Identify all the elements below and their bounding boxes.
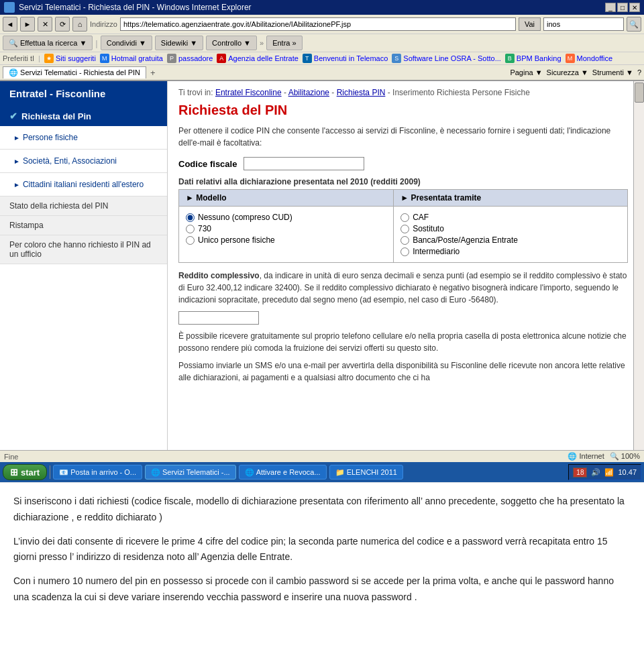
radio-intermediario: Intermediario <box>400 247 621 256</box>
sidebar: Entratel - Fisconline ✔ Richiesta del Pi… <box>0 81 168 450</box>
radio-unico: Unico persone fisiche <box>186 235 386 245</box>
codice-fiscale-input[interactable] <box>244 157 364 170</box>
bookmark-mondo[interactable]: M Mondoffice <box>566 54 613 63</box>
controllo-btn[interactable]: Controllo ▼ <box>206 36 257 50</box>
sidebar-section-cittadini: ► Cittadini italiani residenti all'ester… <box>0 173 167 197</box>
help-btn[interactable]: ? <box>637 68 641 76</box>
window-title: Servizi Telematici - Richiesta del PIN -… <box>19 3 252 12</box>
radio-730-input[interactable] <box>186 225 195 233</box>
radio-intermediario-input[interactable] <box>400 247 409 256</box>
radio-unico-input[interactable] <box>186 236 195 245</box>
home-btn[interactable]: ⌂ <box>72 17 87 32</box>
bookmark-telemaco[interactable]: T Benvenuti in Telemaco <box>303 54 388 63</box>
radio-banca: Banca/Poste/Agenzia Entrate <box>400 235 621 245</box>
sidebar-item-ufficio[interactable]: Per coloro che hanno richiesto il PIN ad… <box>0 235 167 264</box>
bookmarks-bar: Preferiti tI | ★ Siti suggeriti M Hotmai… <box>0 52 644 65</box>
reddito-title: Reddito complessivo <box>178 271 260 280</box>
windows-icon: ⊞ <box>10 467 18 478</box>
back-btn[interactable]: ◄ <box>3 17 17 32</box>
bookmark-icon: P <box>167 54 176 63</box>
active-tab[interactable]: 🌐 Servizi Telematici - Richiesta del PIN <box>3 66 146 78</box>
bookmark-bpm[interactable]: B BPM Banking <box>505 54 561 63</box>
arrow-icon: ► <box>400 193 409 203</box>
condividi-btn[interactable]: Condividi ▼ <box>101 36 152 50</box>
bookmark-icon: T <box>303 54 312 63</box>
search-input[interactable] <box>543 17 624 31</box>
close-btn[interactable]: ✕ <box>629 3 640 12</box>
page-title: Richiesta del PIN <box>178 103 628 118</box>
network-icon: 📶 <box>604 468 614 477</box>
browser-icon <box>4 2 15 13</box>
sidebar-item-stato[interactable]: Stato della richiesta del PIN <box>0 197 167 216</box>
minimize-btn[interactable]: _ <box>605 3 616 12</box>
sidebar-item-ristampa[interactable]: Ristampa <box>0 216 167 235</box>
bottom-para1: Si inseriscono i dati richiesti (codice … <box>13 494 631 526</box>
sidebar-title: Entratel - Fisconline <box>9 88 158 99</box>
bookmark-agenzia[interactable]: A Agenzia delle Entrate <box>217 54 299 63</box>
bookmark-passadore[interactable]: P passadore <box>167 54 213 63</box>
url-input[interactable] <box>120 17 516 31</box>
go-button[interactable]: Vai <box>519 17 541 31</box>
browser-icon: 🌐 <box>245 468 254 477</box>
sidebar-link-cittadini[interactable]: ► Cittadini italiani residenti all'ester… <box>0 176 167 193</box>
chevron-down-icon: ▼ <box>190 39 197 47</box>
new-tab-btn[interactable]: + <box>150 68 156 78</box>
bottom-para2: L’invio dei dati consente di ricevere le… <box>13 534 631 566</box>
radio-sostituto-input[interactable] <box>400 225 409 233</box>
sidebar-header: Entratel - Fisconline <box>0 81 167 106</box>
page-actions: Pagina ▼ Sicurezza ▼ Strumenti ▼ ? <box>510 68 641 76</box>
search-go-btn[interactable]: 🔍 <box>627 17 641 32</box>
bookmark-hotmail[interactable]: M Hotmail gratuita <box>100 54 163 63</box>
refresh-btn[interactable]: ⟳ <box>55 17 70 32</box>
chevron-down-icon: ▼ <box>139 39 146 47</box>
maximize-btn[interactable]: □ <box>617 3 628 12</box>
sidebar-section-societa: ► Società, Enti, Associazioni <box>0 150 167 173</box>
arrow-icon: ► <box>13 158 20 165</box>
taskbar-item-attivare[interactable]: 🌐 Attivare e Revoca... <box>239 465 327 480</box>
sidebar-link-societa[interactable]: ► Società, Enti, Associazioni <box>0 152 167 170</box>
radio-nessuno: Nessuno (compreso CUD) <box>186 213 386 222</box>
clock: 10.47 <box>618 468 637 476</box>
sidewiki-btn[interactable]: Sidewiki ▼ <box>155 36 203 50</box>
strumenti-btn[interactable]: Strumenti ▼ <box>592 68 633 76</box>
content-wrapper: Ti trovi in: Entratel Fisconline - Abili… <box>168 81 644 450</box>
taskbar-sep <box>50 465 50 479</box>
chevron-down-icon: ▼ <box>244 39 251 47</box>
start-button[interactable]: ⊞ start <box>3 464 47 480</box>
taskbar-item-posta[interactable]: 📧 Posta in arrivo - O... <box>53 465 142 480</box>
forward-btn[interactable]: ► <box>20 17 35 32</box>
col-modello-header: ► Modello <box>179 190 394 207</box>
radio-banca-input[interactable] <box>400 236 409 245</box>
scroll-thumb[interactable] <box>635 82 644 103</box>
taskbar-item-elenchi[interactable]: 📁 ELENCHI 2011 <box>329 465 403 480</box>
breadcrumb-link-abilitazione[interactable]: Abilitazione <box>288 88 329 97</box>
bookmarks-label: Preferiti tI <box>3 54 34 62</box>
entra-btn[interactable]: Entra » <box>266 36 302 50</box>
bookmark-icon: B <box>505 54 515 63</box>
taskbar-item-servizi[interactable]: 🌐 Servizi Telematici -... <box>145 465 236 480</box>
lang-indicator: 18 <box>573 467 587 478</box>
sicurezza-btn[interactable]: Sicurezza ▼ <box>547 68 588 76</box>
sidebar-section-persone: ► Persone fisiche <box>0 126 167 150</box>
browser-icon: 🌐 <box>151 468 160 477</box>
search-toolbar-btn[interactable]: 🔍 Effettua la ricerca ▼ <box>3 36 93 50</box>
reddito-input[interactable] <box>178 311 259 325</box>
tab-strip: 🌐 Servizi Telematici - Richiesta del PIN… <box>3 66 156 78</box>
codice-fiscale-section: Codice fiscale <box>178 157 628 170</box>
stop-btn[interactable]: ✕ <box>38 17 52 32</box>
breadcrumb-link-richiesta[interactable]: Richiesta PIN <box>337 88 386 97</box>
title-bar: Servizi Telematici - Richiesta del PIN -… <box>0 0 644 15</box>
bookmark-software[interactable]: S Software Line OSRA - Sotto... <box>392 54 501 63</box>
breadcrumb-link-entratel[interactable]: Entratel Fisconline <box>215 88 282 97</box>
scrollbar[interactable] <box>633 81 644 450</box>
address-label: Indirizzo <box>90 20 117 28</box>
bookmark-icon: A <box>217 54 226 63</box>
pagina-btn[interactable]: Pagina ▼ <box>510 68 542 76</box>
internet-zone: 🌐 Internet <box>568 452 604 461</box>
avviso-text: Possiamo inviarle un SMS e/o una e-mail … <box>178 359 628 384</box>
radio-nessuno-input[interactable] <box>186 213 195 222</box>
radio-caf-input[interactable] <box>400 213 409 222</box>
sidebar-link-persone-fisiche[interactable]: ► Persone fisiche <box>0 129 167 146</box>
bookmark-siti[interactable]: ★ Siti suggeriti <box>44 54 96 63</box>
sidebar-item-richiesta[interactable]: ✔ Richiesta del Pin <box>0 106 167 126</box>
